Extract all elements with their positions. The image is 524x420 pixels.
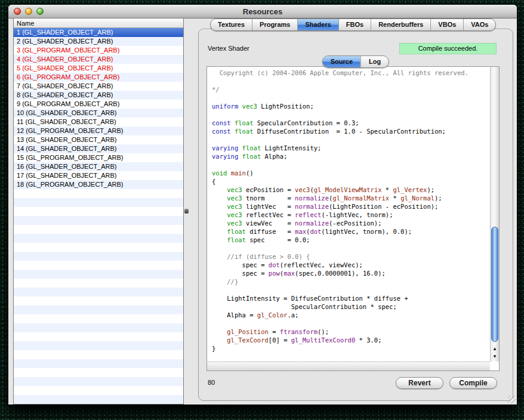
list-item[interactable]: 18 (GL_PROGRAM_OBJECT_ARB) xyxy=(14,180,183,189)
code-line xyxy=(212,77,489,85)
list-item[interactable]: 7 (GL_SHADER_OBJECT_ARB) xyxy=(14,82,183,91)
code-line: } xyxy=(212,344,489,353)
code-line xyxy=(212,110,489,119)
compile-button[interactable]: Compile xyxy=(449,377,497,389)
code-line: float diffuse = max(dot(lightVec, tnorm)… xyxy=(212,227,489,236)
list-filler-row xyxy=(14,359,183,368)
list-filler-row xyxy=(14,368,183,377)
list-filler-row xyxy=(14,305,183,314)
source-log-switcher: SourceLog xyxy=(322,55,389,68)
tab-vbos[interactable]: VBOs xyxy=(430,19,463,30)
list-item[interactable]: 4 (GL_SHADER_OBJECT_ARB) xyxy=(14,55,183,64)
list-item[interactable]: 1 (GL_SHADER_OBJECT_ARB) xyxy=(14,28,183,37)
list-item[interactable]: 2 (GL_SHADER_OBJECT_ARB) xyxy=(14,37,183,46)
scroll-down-arrow-icon[interactable]: ▼ xyxy=(491,353,499,360)
list-item[interactable]: 11 (GL_SHADER_OBJECT_ARB) xyxy=(14,118,183,126)
list-filler-row xyxy=(14,252,183,261)
list-item[interactable]: 13 (GL_SHADER_OBJECT_ARB) xyxy=(14,135,183,144)
code-line: Copyright (c) 2004-2006 Apple Computer, … xyxy=(212,69,489,77)
list-filler-row xyxy=(14,404,183,404)
code-line: varying float LightIntensity; xyxy=(212,144,489,152)
code-line: vec3 tnorm = normalize(gl_NormalMatrix *… xyxy=(212,194,489,202)
list-item[interactable]: 16 (GL_SHADER_OBJECT_ARB) xyxy=(14,162,183,171)
list-column-header-name[interactable]: Name xyxy=(14,18,183,28)
code-line: */ xyxy=(212,85,489,94)
code-line xyxy=(212,286,489,294)
list-item[interactable]: 17 (GL_SHADER_OBJECT_ARB) xyxy=(14,171,183,180)
tab-programs[interactable]: Programs xyxy=(252,19,297,30)
revert-button[interactable]: Revert xyxy=(396,377,443,389)
list-filler-row xyxy=(14,198,183,207)
code-line: vec3 lightVec = normalize(LightPosition … xyxy=(212,202,489,211)
source-editor[interactable]: Copyright (c) 2004-2006 Apple Computer, … xyxy=(206,66,500,371)
list-filler-row xyxy=(14,207,183,216)
code-line: SpecularContribution * spec; xyxy=(212,302,489,311)
tab-fbos[interactable]: FBOs xyxy=(338,19,371,30)
code-text[interactable]: Copyright (c) 2004-2006 Apple Computer, … xyxy=(208,67,489,361)
tab-textures[interactable]: Textures xyxy=(211,19,252,30)
resources-window: Resources Name 1 (GL_SHADER_OBJECT_ARB)2… xyxy=(8,5,517,404)
list-filler-row xyxy=(14,189,183,198)
list-filler-row xyxy=(14,288,183,297)
code-line: //} xyxy=(212,277,489,286)
code-line: void main() xyxy=(212,169,489,177)
list-filler-row xyxy=(14,323,183,332)
list-item[interactable]: 6 (GL_PROGRAM_OBJECT_ARB) xyxy=(14,73,183,82)
code-line: const float DiffuseContribution = 1.0 - … xyxy=(212,127,489,135)
tab-shaders[interactable]: Shaders xyxy=(297,19,338,30)
horizontal-scrollbar[interactable] xyxy=(207,362,490,370)
window-title: Resources xyxy=(8,7,517,16)
list-filler-row xyxy=(14,225,183,234)
list-item[interactable]: 8 (GL_SHADER_OBJECT_ARB) xyxy=(14,91,183,100)
scrollbar-thumb[interactable] xyxy=(491,227,498,342)
code-line: uniform vec3 LightPosition; xyxy=(212,102,489,110)
list-item[interactable]: 10 (GL_SHADER_OBJECT_ARB) xyxy=(14,109,183,118)
vertical-scrollbar[interactable]: ▲ ▼ xyxy=(490,67,499,362)
list-filler-row xyxy=(14,386,183,395)
subtab-log[interactable]: Log xyxy=(360,56,389,67)
code-line: Alpha = gl_Color.a; xyxy=(212,311,489,319)
list-item[interactable]: 12 (GL_PROGRAM_OBJECT_ARB) xyxy=(14,126,183,135)
code-line: gl_Position = ftransform(); xyxy=(212,328,489,336)
code-line: float spec = 0.0; xyxy=(212,236,489,244)
window-titlebar[interactable]: Resources xyxy=(8,5,517,18)
list-filler-row xyxy=(14,332,183,341)
list-filler-row xyxy=(14,350,183,359)
list-filler-row xyxy=(14,234,183,243)
splitter-handle[interactable] xyxy=(184,209,189,214)
list-filler-row xyxy=(14,314,183,323)
resource-list: Name 1 (GL_SHADER_OBJECT_ARB)2 (GL_SHADE… xyxy=(13,18,184,404)
code-line xyxy=(212,244,489,252)
list-filler-row xyxy=(14,216,183,225)
code-line xyxy=(212,319,489,328)
resize-grip[interactable] xyxy=(508,396,516,403)
code-line: const float SpecularContribution = 0.3; xyxy=(212,119,489,127)
desktop-background: Resources Name 1 (GL_SHADER_OBJECT_ARB)2… xyxy=(0,0,524,420)
tab-renderbuffers[interactable]: Renderbuffers xyxy=(371,19,430,30)
list-item[interactable]: 3 (GL_PROGRAM_OBJECT_ARB) xyxy=(14,46,183,55)
list-item[interactable]: 5 (GL_SHADER_OBJECT_ARB) xyxy=(14,64,183,73)
object-id-label: 80 xyxy=(208,379,215,386)
code-line: vec3 viewVec = normalize(-ecPosition); xyxy=(212,219,489,227)
code-line: varying float Alpha; xyxy=(212,152,489,160)
list-filler-row xyxy=(14,279,183,288)
code-line: vec3 reflectVec = reflect(-lightVec, tno… xyxy=(212,211,489,219)
code-line: spec = pow(max(spec,0.0000001), 16.0); xyxy=(212,269,489,277)
list-item[interactable]: 14 (GL_SHADER_OBJECT_ARB) xyxy=(14,144,183,153)
code-line: { xyxy=(212,177,489,186)
compile-status-badge: Compile succeeded. xyxy=(399,43,497,54)
resource-list-body[interactable]: 1 (GL_SHADER_OBJECT_ARB)2 (GL_SHADER_OBJ… xyxy=(14,28,183,404)
code-line: LightIntensity = DiffuseContribution * d… xyxy=(212,294,489,302)
list-filler-row xyxy=(14,297,183,305)
scroll-up-arrow-icon[interactable]: ▲ xyxy=(491,345,499,353)
tab-bar: TexturesProgramsShadersFBOsRenderbuffers… xyxy=(210,18,496,31)
tab-vaos[interactable]: VAOs xyxy=(463,19,495,30)
list-item[interactable]: 15 (GL_PROGRAM_OBJECT_ARB) xyxy=(14,153,183,162)
list-item[interactable]: 9 (GL_PROGRAM_OBJECT_ARB) xyxy=(14,100,183,109)
code-line: spec = dot(reflectVec, viewVec); xyxy=(212,261,489,269)
code-line xyxy=(212,135,489,144)
code-line xyxy=(212,94,489,102)
shader-type-label: Vertex Shader xyxy=(208,45,249,52)
code-line: //if (diffuse > 0.0) { xyxy=(212,252,489,261)
subtab-source[interactable]: Source xyxy=(323,56,360,67)
